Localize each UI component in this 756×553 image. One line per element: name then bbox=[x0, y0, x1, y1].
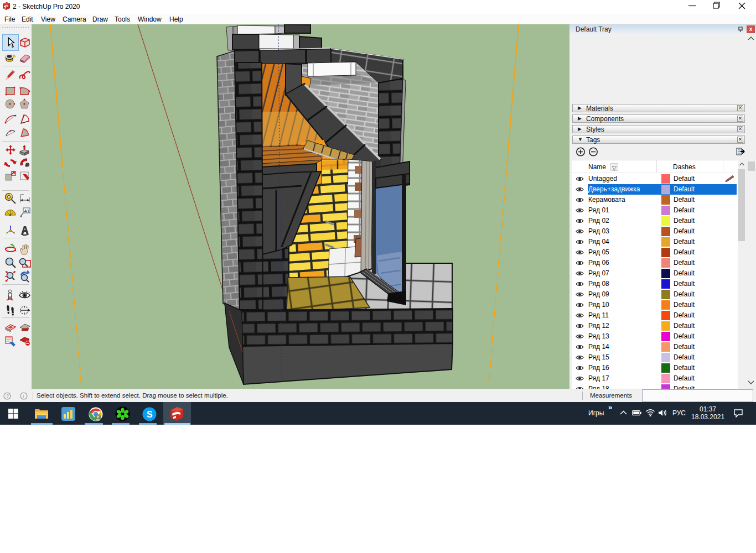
svg-text:S: S bbox=[147, 410, 153, 419]
svg-text:?: ? bbox=[6, 393, 9, 399]
svg-text:i: i bbox=[23, 393, 25, 399]
svg-text:A1: A1 bbox=[24, 208, 30, 213]
